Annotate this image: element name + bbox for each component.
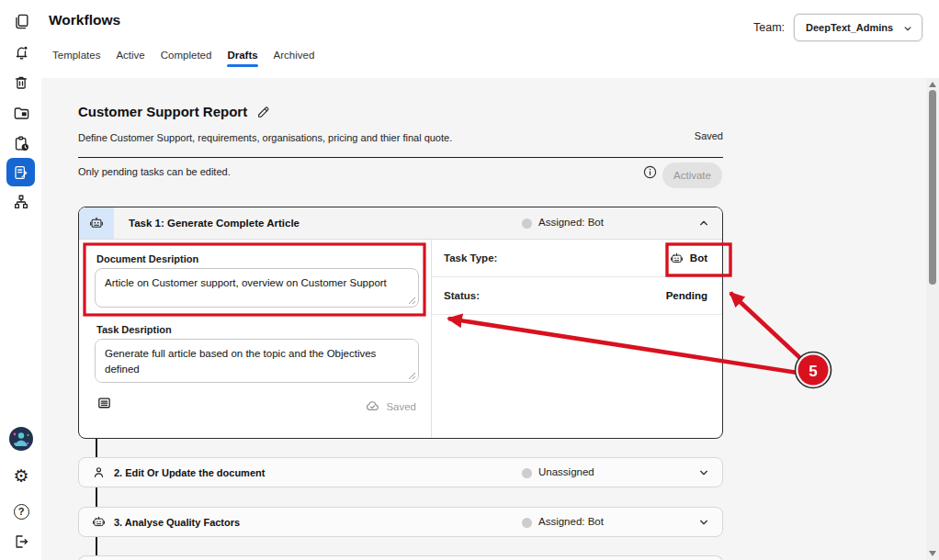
logout-icon[interactable]: [9, 530, 33, 554]
workflow-save-status: Saved: [695, 130, 723, 141]
task-type-value: Bot: [670, 252, 707, 265]
task-1-title: Task 1: Generate Complete Article: [129, 218, 300, 229]
scrollbar-down-arrow[interactable]: [929, 551, 936, 556]
chevron-up-icon[interactable]: [696, 216, 711, 230]
task-1-header[interactable]: Task 1: Generate Complete Article Assign…: [79, 207, 722, 240]
assignment-status-dot: [522, 218, 532, 229]
cloud-done-icon: [365, 398, 380, 414]
info-icon[interactable]: [642, 164, 658, 184]
edit-notice: Only pending tasks can be edited.: [78, 166, 231, 177]
document-description-input[interactable]: Article on Customer support, overview on…: [95, 268, 419, 308]
tab-templates[interactable]: Templates: [52, 50, 100, 72]
pending-tasks-icon[interactable]: [9, 131, 33, 155]
tab-archived[interactable]: Archived: [274, 50, 315, 72]
task-2-title: 2. Edit Or Update the document: [114, 467, 265, 478]
help-icon[interactable]: ?: [9, 499, 33, 523]
settings-icon[interactable]: ⚙: [9, 464, 33, 487]
sidebar: ⚙ ?: [0, 0, 41, 560]
task-row-2[interactable]: 2. Edit Or Update the document Unassigne…: [78, 457, 723, 487]
status-label: Status:: [444, 290, 480, 301]
bot-icon: [670, 252, 684, 265]
team-label: Team:: [753, 21, 785, 34]
status-row: Status: Pending: [432, 277, 722, 315]
divider: [78, 157, 723, 158]
org-chart-icon[interactable]: [9, 190, 33, 214]
scrollbar-up-arrow[interactable]: [929, 82, 936, 87]
task-3-title: 3. Analyse Quality Factors: [114, 517, 240, 528]
page-title: Workflows: [49, 12, 120, 28]
assignment-status-dot: [522, 468, 532, 478]
chevron-down-icon[interactable]: [696, 465, 711, 480]
workflow-subtitle: Define Customer Support, requirements, o…: [78, 132, 452, 143]
workflow-title: Customer Support Report: [78, 104, 247, 119]
trash-icon[interactable]: [9, 71, 33, 95]
scrollbar-thumb[interactable]: [929, 90, 936, 285]
tab-completed[interactable]: Completed: [161, 50, 212, 72]
task-3-assignment: Assigned: Bot: [538, 516, 604, 527]
tab-bar: Templates Active Completed Drafts Archiv…: [52, 50, 314, 72]
autosave-status: Saved: [365, 398, 416, 414]
task-2-assignment: Unassigned: [538, 466, 594, 477]
documents-icon[interactable]: [9, 9, 33, 33]
task-type-row: Task Type: Bot: [432, 240, 722, 277]
task-1-assignment: Assigned: Bot: [538, 217, 604, 228]
bot-icon: [92, 515, 106, 529]
team-dropdown[interactable]: DeepText_Admins: [794, 14, 922, 41]
team-selector-group: Team: DeepText_Admins: [753, 14, 922, 41]
autosave-status-label: Saved: [386, 401, 416, 412]
task-connector: [96, 537, 97, 555]
bot-icon: [89, 216, 104, 230]
app-root: ⚙ ? Workflows Team: DeepText_Admins Temp…: [0, 0, 939, 560]
vertical-scrollbar[interactable]: [926, 78, 939, 560]
task-type-label: Task Type:: [444, 252, 497, 263]
comments-icon[interactable]: [96, 396, 112, 415]
document-description-label: Document Desription: [96, 253, 198, 264]
task-card-1: Task 1: Generate Complete Article Assign…: [78, 207, 723, 439]
tab-drafts[interactable]: Drafts: [227, 50, 257, 72]
team-dropdown-value: DeepText_Admins: [806, 22, 893, 33]
person-icon: [92, 465, 106, 479]
content-area: Customer Support Report Define Customer …: [41, 78, 939, 560]
status-value: Pending: [666, 290, 707, 301]
task-connector: [96, 487, 97, 507]
assignment-status-dot: [522, 518, 532, 528]
notifications-icon[interactable]: [9, 40, 33, 64]
task-connector: [96, 439, 97, 457]
chevron-down-icon: [901, 22, 914, 35]
task-description-label: Task Desription: [96, 324, 172, 335]
tab-active[interactable]: Active: [116, 50, 144, 72]
task-row-4-partial[interactable]: [78, 555, 723, 560]
avatar[interactable]: [9, 427, 33, 451]
workflows-icon[interactable]: [6, 158, 35, 186]
task-row-3[interactable]: 3. Analyse Quality Factors Assigned: Bot: [78, 507, 723, 537]
chevron-down-icon[interactable]: [696, 515, 711, 530]
task-description-input[interactable]: Generate full article based on the topic…: [95, 339, 419, 383]
edit-pencil-icon[interactable]: [256, 105, 271, 119]
folder-icon[interactable]: [9, 101, 33, 125]
activate-button[interactable]: Activate: [662, 162, 722, 188]
